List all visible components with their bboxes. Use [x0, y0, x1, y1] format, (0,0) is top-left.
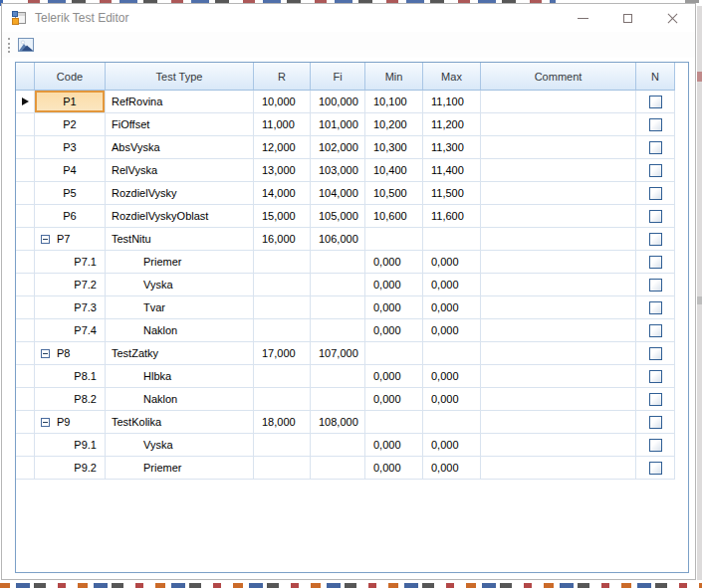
row-header[interactable]: [16, 136, 35, 159]
cell-n[interactable]: [636, 159, 675, 182]
n-checkbox[interactable]: [649, 118, 662, 131]
cell-code[interactable]: P6: [35, 205, 106, 228]
toolstrip-grip-handle[interactable]: [8, 38, 10, 53]
cell-min[interactable]: 0,000: [365, 365, 423, 388]
cell-comment[interactable]: [481, 457, 636, 480]
cell-n[interactable]: [636, 388, 675, 411]
cell-r[interactable]: 18,000: [254, 411, 311, 434]
cell-code[interactable]: P9.1: [35, 434, 106, 457]
cell-min[interactable]: [365, 411, 423, 434]
cell-comment[interactable]: [481, 91, 636, 113]
cell-max[interactable]: 0,000: [423, 319, 481, 342]
row-header[interactable]: [16, 411, 35, 434]
cell-r[interactable]: [254, 296, 311, 319]
cell-max[interactable]: 11,100: [423, 91, 481, 113]
cell-min[interactable]: 0,000: [365, 434, 423, 457]
n-checkbox[interactable]: [649, 393, 662, 406]
row-header[interactable]: [16, 182, 35, 205]
cell-max[interactable]: 0,000: [423, 388, 481, 411]
cell-test-type[interactable]: Priemer: [106, 457, 254, 480]
cell-r[interactable]: 11,000: [254, 113, 311, 136]
n-checkbox[interactable]: [649, 370, 662, 383]
n-checkbox[interactable]: [649, 210, 662, 223]
cell-n[interactable]: [636, 411, 675, 434]
cell-n[interactable]: [636, 365, 675, 388]
row-header[interactable]: [16, 365, 35, 388]
row-header[interactable]: [16, 159, 35, 182]
column-header-testType[interactable]: Test Type: [106, 63, 254, 91]
cell-r[interactable]: 13,000: [254, 159, 311, 182]
cell-test-type[interactable]: FiOffset: [106, 113, 254, 136]
n-checkbox[interactable]: [649, 439, 662, 452]
cell-n[interactable]: [636, 205, 675, 228]
cell-n[interactable]: [636, 457, 675, 480]
cell-test-type[interactable]: RefRovina: [106, 91, 254, 113]
cell-fi[interactable]: 107,000: [311, 342, 365, 365]
cell-comment[interactable]: [481, 205, 636, 228]
cell-code[interactable]: P8.1: [35, 365, 106, 388]
cell-test-type[interactable]: RelVyska: [106, 159, 254, 182]
cell-comment[interactable]: [481, 228, 636, 251]
row-header[interactable]: [16, 228, 35, 251]
cell-fi[interactable]: [311, 457, 365, 480]
cell-min[interactable]: 0,000: [365, 319, 423, 342]
cell-code[interactable]: P7.2: [35, 274, 106, 296]
row-header[interactable]: [16, 113, 35, 136]
cell-comment[interactable]: [481, 136, 636, 159]
cell-test-type[interactable]: AbsVyska: [106, 136, 254, 159]
row-header[interactable]: [16, 205, 35, 228]
cell-r[interactable]: [254, 388, 311, 411]
cell-n[interactable]: [636, 274, 675, 296]
cell-r[interactable]: 16,000: [254, 228, 311, 251]
cell-max[interactable]: 11,300: [423, 136, 481, 159]
cell-max[interactable]: 0,000: [423, 457, 481, 480]
select-all-corner[interactable]: [16, 63, 35, 91]
row-header[interactable]: [16, 296, 35, 319]
cell-r[interactable]: [254, 365, 311, 388]
minimize-button[interactable]: [561, 4, 605, 32]
row-header[interactable]: [16, 319, 35, 342]
cell-r[interactable]: 17,000: [254, 342, 311, 365]
cell-r[interactable]: [254, 434, 311, 457]
cell-code[interactable]: P7.4: [35, 319, 106, 342]
cell-r[interactable]: [254, 319, 311, 342]
n-checkbox[interactable]: [649, 347, 662, 360]
column-header-fi[interactable]: Fi: [311, 63, 365, 91]
cell-comment[interactable]: [481, 388, 636, 411]
column-header-n[interactable]: N: [636, 63, 675, 91]
collapse-toggle-icon[interactable]: [41, 349, 50, 358]
cell-r[interactable]: 14,000: [254, 182, 311, 205]
cell-test-type[interactable]: TestZatky: [106, 342, 254, 365]
cell-fi[interactable]: [311, 388, 365, 411]
cell-code[interactable]: P4: [35, 159, 106, 182]
cell-comment[interactable]: [481, 296, 636, 319]
cell-code[interactable]: P9: [35, 411, 106, 434]
n-checkbox[interactable]: [649, 187, 662, 200]
collapse-toggle-icon[interactable]: [41, 418, 50, 427]
column-header-r[interactable]: R: [254, 63, 311, 91]
cell-test-type[interactable]: Priemer: [106, 251, 254, 274]
cell-code[interactable]: P3: [35, 136, 106, 159]
cell-test-type[interactable]: Naklon: [106, 319, 254, 342]
cell-min[interactable]: [365, 228, 423, 251]
cell-test-type[interactable]: Vyska: [106, 274, 254, 296]
cell-max[interactable]: 11,200: [423, 113, 481, 136]
cell-fi[interactable]: 108,000: [311, 411, 365, 434]
image-tool-button[interactable]: [15, 35, 36, 56]
cell-n[interactable]: [636, 319, 675, 342]
cell-test-type[interactable]: RozdielVyskyOblast: [106, 205, 254, 228]
cell-fi[interactable]: 102,000: [311, 136, 365, 159]
cell-fi[interactable]: [311, 319, 365, 342]
cell-fi[interactable]: 100,000: [311, 91, 365, 113]
n-checkbox[interactable]: [649, 141, 662, 154]
cell-comment[interactable]: [481, 182, 636, 205]
cell-min[interactable]: 10,500: [365, 182, 423, 205]
n-checkbox[interactable]: [649, 96, 662, 108]
cell-comment[interactable]: [481, 274, 636, 296]
column-header-comment[interactable]: Comment: [481, 63, 636, 91]
cell-comment[interactable]: [481, 319, 636, 342]
cell-n[interactable]: [636, 91, 675, 113]
cell-n[interactable]: [636, 342, 675, 365]
cell-max[interactable]: 0,000: [423, 365, 481, 388]
cell-max[interactable]: 11,400: [423, 159, 481, 182]
